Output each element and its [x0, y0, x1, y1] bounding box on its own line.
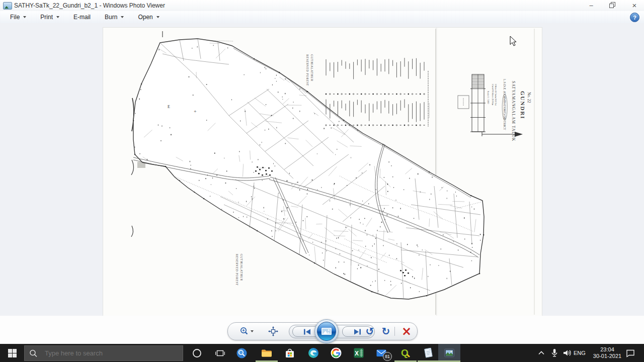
help-button[interactable]: ?	[630, 13, 639, 22]
tray-time: 23:04	[600, 346, 614, 353]
qgis-icon: Q	[399, 347, 412, 359]
microphone-icon	[549, 348, 559, 358]
chevron-down-icon	[56, 16, 59, 18]
action-center-button[interactable]	[623, 344, 638, 362]
sheet-number: No. 22	[527, 92, 531, 103]
magnifier-icon	[239, 326, 251, 336]
chevron-down-icon	[121, 16, 124, 18]
rotate-cw-button[interactable]: ↻	[379, 325, 393, 338]
cortana-icon	[192, 348, 202, 358]
mouse-cursor	[510, 36, 518, 49]
svg-text:+: +	[194, 109, 197, 114]
task-view-button[interactable]	[213, 344, 226, 362]
svg-text:RESERVED FOREST: RESERVED FOREST	[306, 54, 309, 86]
taskbar-app-notes[interactable]	[418, 344, 440, 362]
window-title: SATHY-SaTk_22_Gundri_b2_1 - Windows Phot…	[14, 2, 165, 9]
delete-button[interactable]: ×	[399, 325, 414, 338]
north-arrow	[482, 132, 523, 137]
taskbar-app-search[interactable]	[230, 344, 253, 362]
windows-logo-icon	[8, 349, 17, 357]
menu-burn[interactable]: Burn	[98, 11, 131, 23]
menu-bar: File Print E-mail Burn Open ?	[0, 11, 644, 24]
search-app-icon	[236, 347, 248, 359]
taskbar-search[interactable]	[24, 345, 183, 361]
edge-icon	[307, 347, 319, 359]
taskbar: X 81 Q	[0, 344, 644, 362]
picture-icon	[321, 328, 332, 335]
tray-microphone-button[interactable]	[548, 344, 560, 362]
map-legend	[326, 58, 428, 127]
svg-text:GUTHIALATHUR: GUTHIALATHUR	[240, 254, 243, 281]
restore-icon	[609, 2, 616, 9]
scale-text: Scale 1 : 5000	[487, 91, 490, 104]
actual-size-button[interactable]	[266, 325, 281, 337]
chevron-down-icon	[156, 16, 159, 18]
next-icon	[353, 328, 362, 335]
photo-viewer-toolbar: ↺ ↻ ×	[227, 322, 418, 340]
search-icon	[29, 349, 44, 358]
notes-icon	[423, 347, 435, 359]
task-view-icon	[215, 349, 225, 357]
delete-icon: ×	[401, 326, 412, 336]
menu-open[interactable]: Open	[131, 11, 166, 23]
actual-size-icon	[268, 326, 278, 336]
scale-note-1: 1 Metre 40 Chains 10.1 Feet	[495, 84, 497, 106]
title-bar: SATHY-SaTk_22_Gundri_b2_1 - Windows Phot…	[0, 0, 644, 12]
region-letter: E	[168, 105, 170, 109]
tray-clock[interactable]: 23:04 30-01-2021	[593, 344, 622, 362]
map-title-block: No. 22 GUNDRI SATYAMANGALAM TALUK L.S.D.…	[429, 74, 531, 141]
minimize-button[interactable]: –	[583, 0, 600, 11]
close-button[interactable]: ×	[626, 0, 643, 11]
chevron-up-icon	[536, 349, 546, 357]
cortana-button[interactable]	[190, 344, 203, 362]
forest-label-bottom: GUTHIALATHUR RESERVED FOREST	[235, 254, 243, 286]
slideshow-button[interactable]	[314, 319, 339, 343]
mail-badge: 81	[383, 352, 392, 361]
village-name: GUNDRI	[520, 91, 526, 120]
scale-bar	[470, 74, 486, 132]
app-icon	[3, 2, 12, 10]
tray-volume-button[interactable]	[560, 344, 574, 362]
restore-button[interactable]	[604, 0, 621, 11]
search-input[interactable]	[44, 349, 172, 357]
menu-print[interactable]: Print	[33, 11, 66, 23]
svg-text:Q: Q	[401, 347, 409, 358]
rotate-cw-icon: ↻	[382, 325, 390, 337]
excel-icon: X	[353, 347, 365, 359]
zoom-button[interactable]	[237, 325, 256, 337]
reference-box	[458, 96, 469, 109]
previous-icon	[303, 328, 312, 335]
taskbar-app-google[interactable]	[325, 344, 347, 362]
forest-label-top: GUTHIALATHUR RESERVED FOREST	[306, 54, 313, 86]
start-button[interactable]	[0, 344, 24, 362]
taskbar-app-excel[interactable]: X	[348, 344, 370, 362]
photo-viewer-icon	[443, 347, 455, 359]
tray-chevron-button[interactable]	[535, 344, 547, 362]
file-explorer-icon	[261, 347, 273, 359]
svg-text:RESERVED FOREST: RESERVED FOREST	[235, 254, 238, 286]
google-icon	[330, 347, 342, 359]
svg-text:X: X	[355, 350, 359, 357]
microsoft-store-icon	[284, 347, 296, 359]
photo-page: E + GUTHIALATHUR RESERVED FOREST GUTHIAL…	[103, 28, 542, 316]
chevron-down-icon	[23, 16, 26, 18]
rotate-ccw-button[interactable]: ↺	[363, 325, 377, 338]
taskbar-app-mail[interactable]: 81	[370, 344, 392, 362]
taskbar-app-file-explorer[interactable]	[256, 344, 278, 362]
menu-file[interactable]: File	[3, 11, 33, 23]
speaker-icon	[562, 348, 572, 358]
taskbar-app-photo-viewer[interactable]	[438, 344, 460, 362]
toolbar-separator	[394, 327, 395, 336]
taskbar-app-edge[interactable]	[302, 344, 325, 362]
rotate-ccw-icon: ↺	[366, 325, 374, 337]
tray-language[interactable]: ENG	[574, 344, 586, 362]
chevron-down-icon	[251, 330, 254, 332]
svg-text:GUTHIALATHUR: GUTHIALATHUR	[310, 54, 313, 81]
viewer-canvas: E + GUTHIALATHUR RESERVED FOREST GUTHIAL…	[0, 23, 644, 316]
taskbar-app-store[interactable]	[279, 344, 301, 362]
menu-email[interactable]: E-mail	[66, 11, 98, 23]
district-name: L.S.D.E. (COIMBATORE) DISTRICT	[503, 79, 507, 130]
scale-note-2: 1 Inch 870 Metres 26.8 Km	[492, 84, 494, 105]
taskbar-app-qgis[interactable]: Q	[394, 344, 417, 362]
notification-icon	[625, 348, 635, 357]
